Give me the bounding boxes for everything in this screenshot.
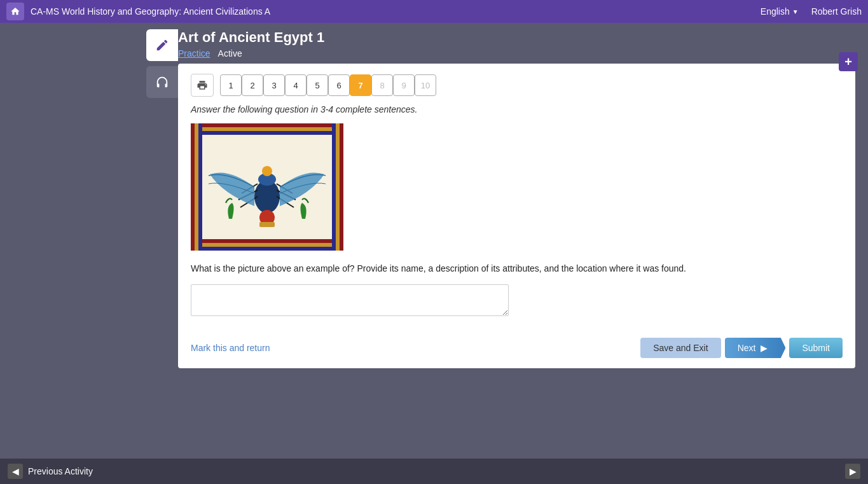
user-name: Robert Grish xyxy=(811,6,862,17)
svg-rect-8 xyxy=(191,123,195,251)
next-arrow-icon[interactable]: ▶ xyxy=(845,464,860,479)
content-panel: Art of Ancient Egypt 1 Practice Active 1… xyxy=(178,23,868,459)
page-3-button[interactable]: 3 xyxy=(263,74,285,96)
save-exit-button[interactable]: Save and Exit xyxy=(640,338,720,358)
print-button[interactable] xyxy=(191,74,214,97)
activity-title: Art of Ancient Egypt 1 xyxy=(178,29,855,46)
bottom-bar: ◀ Previous Activity ▶ xyxy=(0,459,868,484)
page-7-button[interactable]: 7 xyxy=(350,74,371,96)
left-sidebar xyxy=(0,23,178,459)
activity-header: Art of Ancient Egypt 1 Practice Active xyxy=(178,29,855,59)
svg-rect-12 xyxy=(340,123,343,251)
question-wrapper: 1 2 3 4 5 6 7 8 9 10 Answer the followin… xyxy=(178,64,855,368)
footer-buttons: Save and Exit Next ▶ Submit xyxy=(640,338,843,358)
app-title: CA-MS World History and Geography: Ancie… xyxy=(31,6,761,17)
activity-mode[interactable]: Practice xyxy=(178,48,210,59)
page-5-button[interactable]: 5 xyxy=(307,74,328,96)
page-6-button[interactable]: 6 xyxy=(328,74,350,96)
top-bar-right: English ▼ Robert Grish xyxy=(761,6,862,17)
svg-rect-3 xyxy=(191,131,343,135)
page-4-button[interactable]: 4 xyxy=(285,74,307,96)
plus-button[interactable]: + xyxy=(839,52,858,71)
footer-row: Mark this and return Save and Exit Next … xyxy=(191,331,843,358)
question-text: What is the picture above an example of?… xyxy=(191,262,843,275)
page-8-button[interactable]: 8 xyxy=(371,74,393,96)
mark-return-link[interactable]: Mark this and return xyxy=(191,343,640,353)
question-body: Answer the following question in 3-4 com… xyxy=(191,104,843,325)
svg-rect-23 xyxy=(259,222,275,227)
svg-rect-2 xyxy=(191,123,343,127)
top-bar: CA-MS World History and Geography: Ancie… xyxy=(0,0,868,23)
svg-rect-5 xyxy=(191,239,343,243)
headphone-tool-button[interactable] xyxy=(146,66,178,98)
home-button[interactable] xyxy=(6,3,24,20)
main-area: Art of Ancient Egypt 1 Practice Active 1… xyxy=(0,23,868,459)
submit-button[interactable]: Submit xyxy=(789,338,843,358)
instruction-text: Answer the following question in 3-4 com… xyxy=(191,104,843,114)
page-10-button[interactable]: 10 xyxy=(415,74,436,96)
artifact-image xyxy=(191,123,843,253)
next-button[interactable]: Next ▶ xyxy=(725,338,786,358)
language-selector[interactable]: English ▼ xyxy=(761,6,799,17)
pencil-tool-button[interactable] xyxy=(146,29,178,61)
page-9-button[interactable]: 9 xyxy=(393,74,415,96)
page-2-button[interactable]: 2 xyxy=(242,74,263,96)
svg-point-22 xyxy=(262,166,272,176)
prev-arrow-icon: ◀ xyxy=(8,464,23,479)
language-dropdown-arrow: ▼ xyxy=(792,8,799,15)
activity-meta: Practice Active xyxy=(178,48,855,59)
svg-rect-6 xyxy=(191,247,343,251)
page-1-button[interactable]: 1 xyxy=(220,74,242,96)
svg-rect-11 xyxy=(332,123,336,251)
top-controls: 1 2 3 4 5 6 7 8 9 10 xyxy=(191,74,843,97)
activity-status: Active xyxy=(218,48,242,59)
answer-input[interactable] xyxy=(191,284,509,316)
svg-rect-9 xyxy=(198,123,202,251)
previous-activity-button[interactable]: ◀ Previous Activity xyxy=(8,464,93,479)
